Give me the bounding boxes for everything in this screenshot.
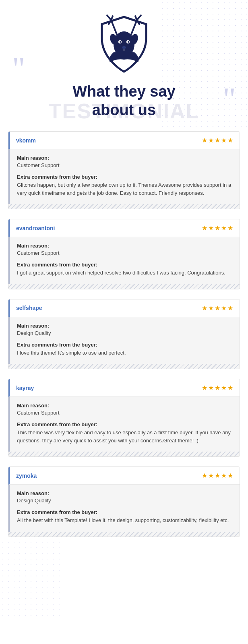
- extra-comments-label: Extra comments from the buyer:: [17, 262, 232, 268]
- review-body: Main reason: Customer Support Extra comm…: [8, 397, 240, 452]
- logo-container: [8, 12, 240, 76]
- main-reason-value: Design Quality: [17, 330, 232, 336]
- main-reason-value: Design Quality: [17, 497, 232, 504]
- star-rating: ★★★★★: [202, 384, 233, 392]
- review-header: selfshape ★★★★★: [8, 299, 240, 317]
- review-card: vkomm ★★★★★ Main reason: Customer Suppor…: [8, 131, 240, 209]
- reviews-section: vkomm ★★★★★ Main reason: Customer Suppor…: [8, 131, 240, 537]
- star-icon: ★: [202, 136, 207, 144]
- review-card: zymoka ★★★★★ Main reason: Design Quality…: [8, 466, 240, 537]
- star-rating: ★★★★★: [202, 472, 233, 479]
- reviewer-name: selfshape: [16, 305, 42, 311]
- card-stripe-decoration: [8, 452, 240, 456]
- star-icon: ★: [221, 384, 227, 392]
- star-icon: ★: [208, 384, 214, 392]
- review-header: kayray ★★★★★: [8, 379, 240, 397]
- comment-text: This theme was very flexible and easy to…: [17, 429, 232, 444]
- svg-point-3: [120, 41, 121, 43]
- quote-mark-right: ": [223, 83, 236, 115]
- star-icon: ★: [202, 384, 207, 392]
- review-header: vkomm ★★★★★: [8, 132, 240, 149]
- quote-mark-left: ": [12, 52, 25, 85]
- comment-text: I got a great support on which helped re…: [17, 269, 232, 277]
- star-icon: ★: [227, 304, 233, 312]
- comment-text: Glitches happen, but only a few people o…: [17, 181, 232, 197]
- star-icon: ★: [202, 224, 207, 232]
- review-body: Main reason: Design Quality Extra commen…: [8, 485, 240, 532]
- main-reason-label: Main reason:: [17, 155, 232, 161]
- review-card: selfshape ★★★★★ Main reason: Design Qual…: [8, 299, 240, 369]
- extra-comments-label: Extra comments from the buyer:: [17, 342, 232, 348]
- star-icon: ★: [227, 384, 233, 392]
- star-icon: ★: [208, 224, 214, 232]
- review-body: Main reason: Customer Support Extra comm…: [8, 149, 240, 204]
- star-icon: ★: [227, 136, 233, 144]
- main-reason-label: Main reason:: [17, 402, 232, 409]
- star-icon: ★: [208, 136, 214, 144]
- svg-point-4: [128, 41, 129, 43]
- main-reason-value: Customer Support: [17, 162, 232, 168]
- star-icon: ★: [208, 304, 214, 312]
- star-icon: ★: [227, 224, 233, 232]
- brand-logo: [96, 12, 152, 76]
- card-stripe-decoration: [8, 532, 240, 537]
- extra-comments-label: Extra comments from the buyer:: [17, 421, 232, 427]
- svg-point-5: [122, 46, 126, 49]
- star-rating: ★★★★★: [202, 136, 233, 144]
- star-icon: ★: [202, 304, 207, 312]
- review-header: evandroantoni ★★★★★: [8, 219, 240, 237]
- card-stripe-decoration: [8, 204, 240, 209]
- star-icon: ★: [221, 472, 227, 479]
- main-reason-value: Customer Support: [17, 410, 232, 416]
- star-icon: ★: [208, 472, 214, 479]
- star-icon: ★: [221, 136, 227, 144]
- star-icon: ★: [221, 224, 227, 232]
- review-card: kayray ★★★★★ Main reason: Customer Suppo…: [8, 379, 240, 457]
- review-card: evandroantoni ★★★★★ Main reason: Custome…: [8, 219, 240, 289]
- header-section: " " What they say about us TESTIMONIAL: [8, 12, 240, 119]
- extra-comments-label: Extra comments from the buyer:: [17, 174, 232, 180]
- main-reason-label: Main reason:: [17, 323, 232, 329]
- card-stripe-decoration: [8, 284, 240, 289]
- star-icon: ★: [215, 472, 220, 479]
- star-icon: ★: [215, 224, 220, 232]
- comment-text: I love this theme! It's simple to use an…: [17, 349, 232, 357]
- comment-text: All the best with this Template! I love …: [17, 516, 232, 524]
- star-icon: ★: [215, 304, 220, 312]
- reviewer-name: evandroantoni: [16, 225, 55, 231]
- star-rating: ★★★★★: [202, 224, 233, 232]
- star-icon: ★: [215, 384, 220, 392]
- extra-comments-label: Extra comments from the buyer:: [17, 509, 232, 515]
- review-body: Main reason: Design Quality Extra commen…: [8, 317, 240, 364]
- page-heading: What they say about us: [8, 83, 240, 119]
- main-reason-value: Customer Support: [17, 250, 232, 256]
- star-rating: ★★★★★: [202, 304, 233, 312]
- star-icon: ★: [202, 472, 207, 479]
- review-body: Main reason: Customer Support Extra comm…: [8, 237, 240, 284]
- star-icon: ★: [227, 472, 233, 479]
- review-header: zymoka ★★★★★: [8, 467, 240, 485]
- reviewer-name: zymoka: [16, 473, 37, 479]
- main-reason-label: Main reason:: [17, 490, 232, 496]
- star-icon: ★: [221, 304, 227, 312]
- star-icon: ★: [215, 136, 220, 144]
- reviewer-name: kayray: [16, 385, 34, 391]
- reviewer-name: vkomm: [16, 137, 36, 144]
- main-reason-label: Main reason:: [17, 243, 232, 249]
- card-stripe-decoration: [8, 364, 240, 369]
